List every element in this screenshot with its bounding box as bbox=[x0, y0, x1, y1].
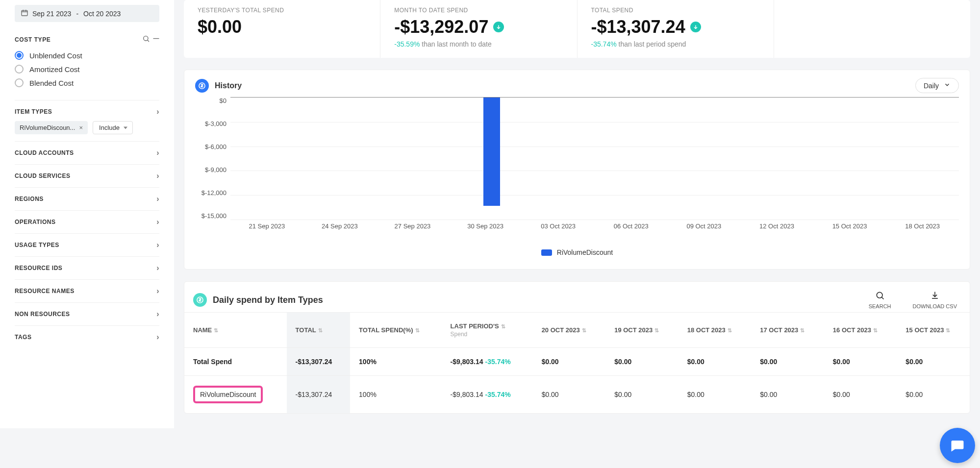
chart-legend: RiVolumeDiscount bbox=[195, 248, 959, 256]
interval-label: Daily bbox=[924, 82, 939, 90]
filter-usage-types[interactable]: USAGE TYPES › bbox=[15, 233, 159, 256]
x-tick: 30 Sep 2023 bbox=[449, 222, 522, 230]
sort-icon: ⇅ bbox=[873, 327, 878, 333]
filter-label: RESOURCE IDS bbox=[15, 265, 62, 271]
search-label: SEARCH bbox=[869, 303, 891, 309]
filter-item-types[interactable]: ITEM TYPES › bbox=[15, 100, 159, 123]
th-total-spend-pct[interactable]: TOTAL SPEND(%)⇅ bbox=[350, 313, 442, 348]
chevron-right-icon: › bbox=[156, 172, 159, 180]
table-scroll[interactable]: NAME⇅ TOTAL⇅ TOTAL SPEND(%)⇅ LAST PERIOD… bbox=[184, 312, 970, 413]
filter-label: RESOURCE NAMES bbox=[15, 288, 75, 295]
filter-non-resources[interactable]: NON RESOURCES › bbox=[15, 302, 159, 325]
filter-regions[interactable]: REGIONS › bbox=[15, 187, 159, 210]
radio-icon bbox=[15, 51, 24, 60]
radio-icon bbox=[15, 65, 24, 74]
kpi-pct: -35.74% bbox=[591, 40, 617, 48]
sort-icon: ⇅ bbox=[214, 327, 218, 333]
radio-amortized-cost[interactable]: Amortized Cost bbox=[15, 65, 159, 74]
th-d20[interactable]: 20 OCT 2023⇅ bbox=[533, 313, 606, 348]
th-total[interactable]: TOTAL⇅ bbox=[287, 313, 350, 348]
chevron-right-icon: › bbox=[156, 148, 159, 157]
minus-icon[interactable]: — bbox=[153, 35, 159, 44]
kpi-title: TOTAL SPEND bbox=[591, 7, 760, 14]
date-range-picker[interactable]: Sep 21 2023 - Oct 20 2023 bbox=[15, 5, 159, 22]
table-actions: SEARCH DOWNLOAD CSV bbox=[869, 291, 957, 309]
gridline bbox=[230, 122, 959, 123]
gridline bbox=[230, 147, 959, 147]
chevron-right-icon: › bbox=[156, 333, 159, 342]
radio-label: Blended Cost bbox=[29, 79, 74, 87]
chip-rivolumediscount[interactable]: RiVolumeDiscoun... × bbox=[15, 121, 88, 134]
cell-total: -$13,307.24 bbox=[287, 348, 350, 376]
filter-label: USAGE TYPES bbox=[15, 242, 59, 248]
radio-icon bbox=[15, 78, 24, 87]
cell-d18: $0.00 bbox=[678, 348, 752, 376]
th-d19[interactable]: 19 OCT 2023⇅ bbox=[605, 313, 678, 348]
gridline bbox=[230, 195, 959, 196]
radio-label: Amortized Cost bbox=[29, 65, 80, 74]
calendar-icon bbox=[21, 9, 28, 18]
highlighted-name: RiVolumeDiscount bbox=[193, 386, 263, 403]
table-total-row: Total Spend -$13,307.24 100% -$9,803.14-… bbox=[184, 348, 970, 376]
chevron-right-icon: › bbox=[156, 241, 159, 249]
table-header: NAME⇅ TOTAL⇅ TOTAL SPEND(%)⇅ LAST PERIOD… bbox=[184, 313, 970, 348]
table-title-wrap: Daily spend by Item Types bbox=[193, 293, 323, 307]
svg-point-1 bbox=[144, 36, 148, 41]
filter-resource-names[interactable]: RESOURCE NAMES › bbox=[15, 279, 159, 302]
kpi-subtext: -35.74% than last period spend bbox=[591, 40, 760, 48]
th-last-period[interactable]: LAST PERIOD'S⇅Spend bbox=[442, 313, 533, 348]
history-chart: $0$-3,000$-6,000$-9,000$-12,000$-15,000 bbox=[195, 97, 959, 220]
y-tick: $-6,000 bbox=[205, 143, 226, 150]
cell-d17: $0.00 bbox=[751, 376, 824, 414]
x-tick: 21 Sep 2023 bbox=[230, 222, 303, 230]
th-d16[interactable]: 16 OCT 2023⇅ bbox=[824, 313, 897, 348]
cost-type-header: COST TYPE — bbox=[15, 35, 159, 44]
gridline bbox=[230, 171, 959, 171]
interval-dropdown[interactable]: Daily bbox=[915, 78, 959, 93]
radio-unblended-cost[interactable]: Unblended Cost bbox=[15, 51, 159, 60]
table-row[interactable]: RiVolumeDiscount -$13,307.24 100% -$9,80… bbox=[184, 376, 970, 414]
radio-blended-cost[interactable]: Blended Cost bbox=[15, 78, 159, 87]
table-header-row: Daily spend by Item Types SEARCH DOWNLOA… bbox=[184, 288, 970, 312]
search-icon[interactable] bbox=[142, 35, 150, 44]
search-button[interactable]: SEARCH bbox=[869, 291, 891, 309]
cell-d16: $0.00 bbox=[824, 348, 897, 376]
filter-cloud-services[interactable]: CLOUD SERVICES › bbox=[15, 164, 159, 187]
main-area: YESTERDAY'S TOTAL SPEND $0.00 MONTH TO D… bbox=[174, 0, 980, 428]
include-dropdown[interactable]: Include bbox=[93, 121, 133, 134]
x-tick: 06 Oct 2023 bbox=[595, 222, 668, 230]
history-header: History Daily bbox=[195, 78, 959, 93]
sort-icon: ⇅ bbox=[728, 327, 732, 333]
y-tick: $0 bbox=[220, 97, 226, 104]
th-d17[interactable]: 17 OCT 2023⇅ bbox=[751, 313, 824, 348]
kpi-text: than last month to date bbox=[422, 40, 491, 48]
x-tick: 12 Oct 2023 bbox=[740, 222, 813, 230]
filter-label: ITEM TYPES bbox=[15, 108, 52, 115]
download-csv-button[interactable]: DOWNLOAD CSV bbox=[913, 291, 957, 309]
filter-tags[interactable]: TAGS › bbox=[15, 325, 159, 348]
cell-d15: $0.00 bbox=[897, 348, 970, 376]
kpi-value: -$13,307.24 bbox=[591, 17, 760, 37]
sort-icon: ⇅ bbox=[318, 327, 323, 333]
th-d15[interactable]: 15 OCT 2023⇅ bbox=[897, 313, 970, 348]
cell-d17: $0.00 bbox=[751, 348, 824, 376]
history-panel: History Daily $0$-3,000$-6,000$-9,000$-1… bbox=[184, 70, 970, 270]
filter-cloud-accounts[interactable]: CLOUD ACCOUNTS › bbox=[15, 141, 159, 164]
close-icon[interactable]: × bbox=[79, 124, 83, 131]
cost-type-label: COST TYPE bbox=[15, 36, 50, 43]
x-tick: 09 Oct 2023 bbox=[668, 222, 741, 230]
cell-d19: $0.00 bbox=[605, 348, 678, 376]
filter-label: CLOUD ACCOUNTS bbox=[15, 149, 74, 156]
kpi-pct: -35.59% bbox=[394, 40, 420, 48]
filter-operations[interactable]: OPERATIONS › bbox=[15, 210, 159, 233]
filter-resource-ids[interactable]: RESOURCE IDS › bbox=[15, 256, 159, 279]
chart-bar[interactable] bbox=[483, 98, 500, 206]
th-name[interactable]: NAME⇅ bbox=[184, 313, 287, 348]
y-tick: $-12,000 bbox=[201, 189, 226, 197]
th-d18[interactable]: 18 OCT 2023⇅ bbox=[678, 313, 752, 348]
kpi-row: YESTERDAY'S TOTAL SPEND $0.00 MONTH TO D… bbox=[184, 0, 970, 58]
cell-last-period: -$9,803.14-35.74% bbox=[442, 376, 533, 414]
chevron-right-icon: › bbox=[156, 287, 159, 296]
cell-total: -$13,307.24 bbox=[287, 376, 350, 414]
sort-icon: ⇅ bbox=[415, 327, 420, 333]
